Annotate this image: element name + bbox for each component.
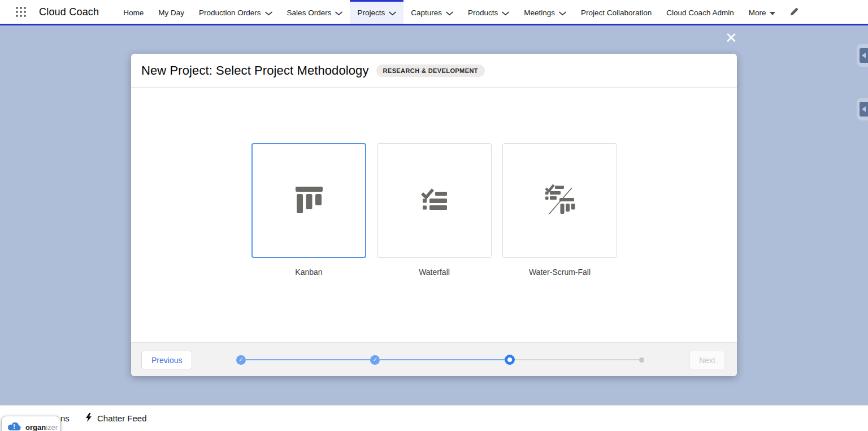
collapsed-panel-toggle-icon[interactable] <box>857 98 868 120</box>
progress-connector <box>515 359 639 360</box>
wizard-progress-indicator: ✓ ✓ <box>236 343 644 377</box>
nav-tab-products[interactable]: Products <box>461 0 517 24</box>
step-current-icon <box>505 355 515 365</box>
chevron-down-icon[interactable] <box>502 11 509 16</box>
caret-down-icon <box>770 12 775 15</box>
modal-header: New Project: Select Project Methodology … <box>131 54 737 88</box>
organizer-extension-badge[interactable]: ! organizer <box>1 416 60 431</box>
nav-tab-meetings[interactable]: Meetings <box>517 0 574 24</box>
chevron-down-icon[interactable] <box>265 11 272 16</box>
kanban-board-icon <box>294 184 324 217</box>
project-type-badge: RESEARCH & DEVELOPMENT <box>376 64 485 77</box>
chevron-down-icon[interactable] <box>335 11 342 16</box>
edit-nav-pencil-icon[interactable] <box>784 0 804 24</box>
methodology-label: Water-Scrum-Fall <box>502 268 617 277</box>
global-navigation-bar: Cloud Coach Home My Day Production Order… <box>0 0 868 25</box>
previous-button[interactable]: Previous <box>141 351 192 369</box>
collapsed-panel-toggle-icon[interactable] <box>857 44 868 67</box>
progress-connector <box>380 359 504 360</box>
arrow-left-icon <box>862 106 866 112</box>
utility-item-chatter-feed[interactable]: Chatter Feed <box>85 413 147 424</box>
methodology-label: Waterfall <box>377 268 492 277</box>
close-icon[interactable]: ✕ <box>725 31 737 45</box>
nav-tab-production-orders[interactable]: Production Orders <box>192 0 280 24</box>
organizer-label: organizer <box>25 424 58 431</box>
methodology-card-kanban[interactable] <box>251 143 366 258</box>
lightning-bolt-icon <box>85 413 92 424</box>
modal-footer: Previous ✓ ✓ Next <box>131 342 737 376</box>
step-complete-icon: ✓ <box>236 355 246 365</box>
step-complete-icon: ✓ <box>370 355 380 365</box>
chevron-down-icon[interactable] <box>559 11 566 16</box>
next-button[interactable]: Next <box>689 351 725 369</box>
app-window: Cloud Coach Home My Day Production Order… <box>0 0 868 431</box>
svg-text:!: ! <box>13 423 15 430</box>
nav-tab-more[interactable]: More <box>741 0 783 24</box>
app-title: Cloud Coach <box>39 6 99 18</box>
methodology-options: Kanban <box>131 88 737 342</box>
modal-backdrop: ✕ New Project: Select Project Methodolog… <box>0 25 868 405</box>
nav-tab-projects[interactable]: Projects <box>350 0 403 24</box>
utility-bar: ns Chatter Feed <box>0 405 868 431</box>
nav-tab-my-day[interactable]: My Day <box>151 0 192 24</box>
methodology-label: Kanban <box>251 268 366 277</box>
cloud-exclamation-icon: ! <box>7 421 22 431</box>
nav-tab-sales-orders[interactable]: Sales Orders <box>280 0 350 24</box>
methodology-card-water-scrum-fall[interactable] <box>502 143 617 258</box>
methodology-card-waterfall[interactable] <box>377 143 492 258</box>
arrow-left-icon <box>862 53 866 58</box>
app-launcher-icon[interactable] <box>16 7 26 17</box>
chevron-down-icon[interactable] <box>389 11 396 16</box>
nav-tab-captures[interactable]: Captures <box>403 0 461 24</box>
nav-tab-project-collaboration[interactable]: Project Collaboration <box>574 0 659 24</box>
progress-connector <box>246 359 370 360</box>
chevron-down-icon[interactable] <box>446 11 453 16</box>
modal-title: New Project: Select Project Methodology <box>141 63 369 78</box>
step-upcoming-icon <box>639 357 644 363</box>
utility-item-partial-label[interactable]: ns <box>60 413 70 423</box>
new-project-modal: New Project: Select Project Methodology … <box>131 54 737 376</box>
checklist-kanban-slash-icon <box>542 182 578 219</box>
nav-tabs: Home My Day Production Orders Sales Orde… <box>116 0 804 24</box>
nav-tab-home[interactable]: Home <box>116 0 151 24</box>
checklist-icon <box>420 188 449 214</box>
nav-tab-cloud-coach-admin[interactable]: Cloud Coach Admin <box>659 0 741 24</box>
